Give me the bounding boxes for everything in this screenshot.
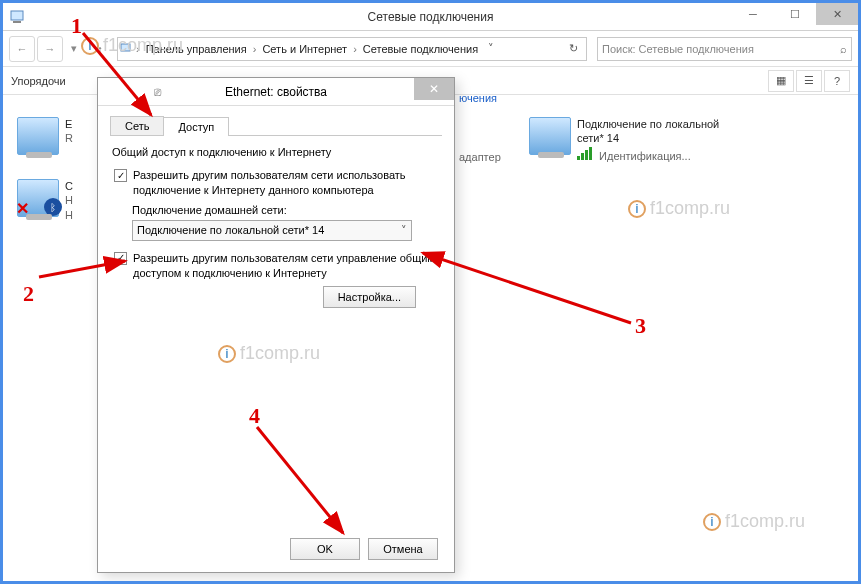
chevron-down-icon: ˅: [401, 224, 407, 237]
annotation-number: 3: [635, 313, 646, 339]
dialog-title: Ethernet: свойства: [225, 85, 327, 99]
checkbox-icon[interactable]: [114, 169, 127, 182]
maximize-button[interactable]: ☐: [774, 3, 816, 25]
sort-label[interactable]: Упорядочи: [11, 75, 66, 87]
checkbox-icon[interactable]: [114, 252, 127, 265]
combo-value: Подключение по локальной сети* 14: [137, 224, 324, 236]
explorer-navbar: ← → ▾ ↑ › Панель управления › Сеть и Инт…: [3, 31, 858, 67]
network-adapter-item[interactable]: E R: [17, 117, 73, 155]
network-adapter-item[interactable]: Подключение по локальной сети* 14 Иденти…: [529, 117, 719, 163]
svg-rect-2: [121, 44, 130, 51]
dialog-footer: OK Отмена: [98, 538, 454, 560]
dialog-tabs: Сеть Доступ: [110, 116, 442, 136]
window-titlebar: Сетевые подключения ─ ☐ ✕: [3, 3, 858, 31]
adapter-icon: [17, 117, 59, 155]
network-adapter-item[interactable]: ✕ ᛒ С Н Н: [17, 179, 73, 222]
view-icons-button[interactable]: ▦: [768, 70, 794, 92]
settings-button[interactable]: Настройка...: [323, 286, 416, 308]
checkbox-allow-sharing[interactable]: Разрешить другим пользователям сети испо…: [114, 168, 438, 198]
ok-button[interactable]: OK: [290, 538, 360, 560]
home-connection-combo[interactable]: Подключение по локальной сети* 14 ˅: [132, 220, 412, 241]
adapter-title: Подключение по локальной: [577, 117, 719, 131]
app-icon: [9, 7, 29, 27]
group-title: Общий доступ к подключению к Интернету: [112, 146, 442, 158]
dialog-titlebar: ⎚ Ethernet: свойства ✕: [98, 78, 454, 106]
address-bar[interactable]: › Панель управления › Сеть и Интернет › …: [117, 37, 587, 61]
forward-button[interactable]: →: [37, 36, 63, 62]
search-icon: ⌕: [840, 43, 847, 55]
adapter-title2: сети* 14: [577, 131, 719, 145]
adapter-icon: [529, 117, 571, 155]
dialog-close-button[interactable]: ✕: [414, 78, 454, 100]
cancel-button[interactable]: Отмена: [368, 538, 438, 560]
checkbox-label: Разрешить другим пользователям сети испо…: [133, 168, 438, 198]
address-dropdown[interactable]: ˅: [482, 42, 500, 55]
adapter-status: Идентификация...: [599, 150, 691, 162]
window-title: Сетевые подключения: [3, 10, 858, 24]
checkbox-label: Разрешить другим пользователям сети упра…: [133, 251, 438, 281]
partial-text: адаптер: [459, 151, 501, 163]
breadcrumb-seg[interactable]: Сеть и Интернет: [258, 43, 351, 55]
tab-access[interactable]: Доступ: [163, 117, 229, 136]
breadcrumb-seg[interactable]: Панель управления: [142, 43, 251, 55]
bluetooth-icon: ᛒ: [44, 198, 62, 216]
dialog-icon: ⎚: [154, 85, 161, 99]
disabled-x-icon: ✕: [16, 199, 29, 218]
back-button[interactable]: ←: [9, 36, 35, 62]
help-button[interactable]: ?: [824, 70, 850, 92]
checkbox-allow-manage[interactable]: Разрешить другим пользователям сети упра…: [114, 251, 438, 281]
minimize-button[interactable]: ─: [732, 3, 774, 25]
close-button[interactable]: ✕: [816, 3, 858, 25]
history-dropdown[interactable]: ▾: [65, 36, 83, 62]
search-placeholder: Поиск: Сетевые подключения: [602, 43, 754, 55]
partial-link-text[interactable]: ючения: [459, 92, 497, 104]
annotation-number: 4: [249, 403, 260, 429]
view-details-button[interactable]: ☰: [796, 70, 822, 92]
svg-rect-0: [11, 11, 23, 20]
annotation-number: 2: [23, 281, 34, 307]
home-connection-label: Подключение домашней сети:: [132, 204, 442, 216]
refresh-icon[interactable]: ↻: [563, 42, 584, 55]
annotation-number: 1: [71, 13, 82, 39]
svg-rect-1: [13, 21, 21, 23]
tab-network[interactable]: Сеть: [110, 116, 164, 135]
window-controls: ─ ☐ ✕: [732, 3, 858, 25]
breadcrumb-seg[interactable]: Сетевые подключения: [359, 43, 482, 55]
up-button[interactable]: ↑: [87, 36, 113, 62]
signal-bars-icon: [577, 146, 592, 160]
properties-dialog: ⎚ Ethernet: свойства ✕ Сеть Доступ Общий…: [97, 77, 455, 573]
search-box[interactable]: Поиск: Сетевые подключения ⌕: [597, 37, 852, 61]
adapter-icon: ✕ ᛒ: [17, 179, 59, 217]
address-icon: [120, 41, 134, 57]
